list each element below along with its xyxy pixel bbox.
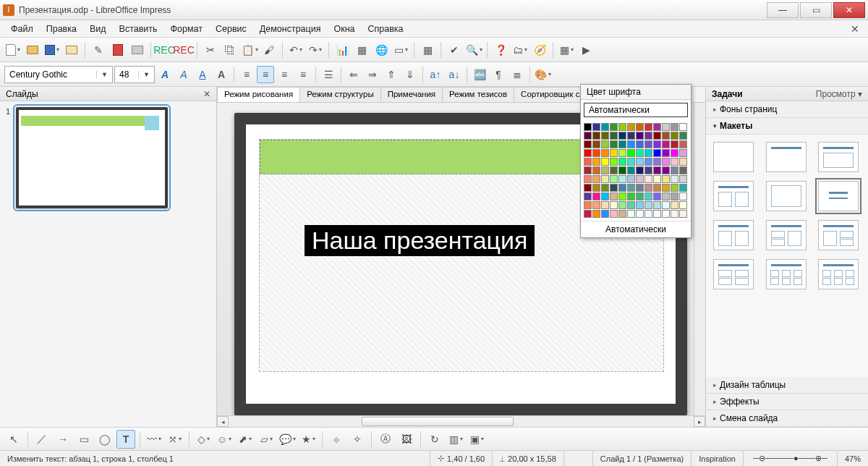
layout-three-v[interactable] (818, 220, 859, 250)
zoom-button[interactable]: 🔍 (465, 41, 482, 59)
callouts-tool[interactable]: 💬 (278, 430, 297, 449)
slides-panel-close-button[interactable]: ✕ (203, 89, 210, 99)
color-swatch[interactable] (610, 184, 618, 192)
color-swatch[interactable] (679, 201, 687, 209)
numbering-button[interactable]: ≣ (509, 66, 526, 83)
color-swatch[interactable] (653, 175, 661, 183)
color-swatch[interactable] (627, 192, 635, 200)
layout-title[interactable] (766, 142, 807, 172)
menu-insert[interactable]: Вставить (113, 22, 164, 36)
color-swatch[interactable] (653, 210, 661, 218)
font-color-button[interactable]: 🎨 (534, 66, 551, 83)
bullets-button[interactable]: ☰ (320, 66, 337, 83)
chart-button[interactable]: 📊 (333, 41, 351, 59)
color-swatch[interactable] (601, 175, 609, 183)
color-swatch[interactable] (601, 210, 609, 218)
undo-button[interactable]: ↶ (287, 41, 305, 59)
arrow-tool[interactable]: → (54, 430, 72, 449)
color-swatch[interactable] (644, 175, 652, 183)
points-tool[interactable]: ⟐ (327, 430, 346, 449)
color-swatch[interactable] (653, 184, 661, 192)
color-swatch[interactable] (671, 201, 678, 209)
color-swatch[interactable] (618, 210, 626, 218)
color-swatch[interactable] (653, 192, 661, 200)
section-backgrounds[interactable]: ▸Фоны страниц (706, 101, 868, 118)
color-swatch[interactable] (636, 123, 644, 131)
align-left-button[interactable]: ≡ (238, 66, 255, 83)
text-tool[interactable]: T (116, 430, 135, 449)
color-swatch[interactable] (644, 123, 652, 131)
stop-macro-button[interactable]: REC (175, 41, 192, 59)
slideshow-button[interactable]: ▦ (419, 41, 436, 59)
color-swatch[interactable] (662, 132, 670, 140)
paragraph-button[interactable]: ¶ (490, 66, 507, 83)
format-paintbrush-button[interactable]: 🖌 (260, 41, 278, 59)
layout-four[interactable] (713, 259, 754, 289)
flowchart-tool[interactable]: ▱ (257, 430, 276, 449)
layout-blank[interactable] (713, 142, 754, 172)
menu-tools[interactable]: Сервис (209, 22, 253, 36)
tab-notes[interactable]: Примечания (380, 87, 443, 102)
section-layouts[interactable]: ▾Макеты (706, 118, 868, 135)
tab-drawing[interactable]: Режим рисования (217, 87, 300, 102)
color-swatch[interactable] (601, 192, 609, 200)
color-swatch[interactable] (610, 123, 618, 131)
color-swatch[interactable] (610, 175, 618, 183)
color-swatch[interactable] (653, 201, 661, 209)
open-button[interactable] (24, 41, 41, 59)
color-swatch[interactable] (584, 140, 592, 148)
color-swatch[interactable] (601, 132, 609, 140)
color-swatch[interactable] (636, 158, 644, 166)
block-arrows-tool[interactable]: ⬈ (236, 430, 255, 449)
increase-font-button[interactable]: a↑ (427, 66, 444, 83)
color-swatch[interactable] (671, 210, 678, 218)
color-swatch[interactable] (662, 123, 670, 131)
color-swatch[interactable] (636, 166, 644, 174)
color-swatch[interactable] (671, 140, 678, 148)
layout-centered-text[interactable] (818, 181, 859, 211)
menu-edit[interactable]: Правка (40, 22, 83, 36)
align-center-button[interactable]: ≡ (257, 66, 274, 83)
layout-six-a[interactable] (766, 259, 807, 289)
layout-title-content[interactable] (818, 142, 859, 172)
scroll-left-button[interactable]: ◂ (217, 416, 229, 427)
align-right-button[interactable]: ≡ (276, 66, 293, 83)
color-swatch[interactable] (644, 158, 652, 166)
navigator-button[interactable]: 🧭 (531, 41, 548, 59)
color-swatch[interactable] (584, 158, 592, 166)
color-swatch[interactable] (627, 123, 635, 131)
window-minimize-button[interactable]: ― (767, 2, 799, 18)
help-button[interactable]: ❓ (492, 41, 509, 59)
color-swatch[interactable] (618, 132, 626, 140)
from-file-tool[interactable]: 🖼 (397, 430, 416, 449)
color-swatch[interactable] (662, 192, 670, 200)
color-swatch[interactable] (584, 175, 592, 183)
email-button[interactable] (63, 41, 80, 59)
color-swatch[interactable] (610, 140, 618, 148)
italic-button[interactable]: A (175, 66, 192, 83)
color-swatch[interactable] (679, 175, 687, 183)
color-swatch[interactable] (653, 149, 661, 157)
color-swatch[interactable] (601, 201, 609, 209)
cut-button[interactable]: ✂ (202, 41, 219, 59)
color-swatch[interactable] (653, 140, 661, 148)
color-swatch[interactable] (644, 149, 652, 157)
color-swatch[interactable] (636, 175, 644, 183)
tab-handout[interactable]: Режим тезисов (442, 87, 514, 102)
color-swatch[interactable] (627, 132, 635, 140)
color-swatch[interactable] (653, 123, 661, 131)
color-swatch[interactable] (671, 184, 678, 192)
font-size-combo[interactable]: 48▼ (114, 66, 155, 83)
color-swatch[interactable] (679, 158, 687, 166)
color-swatch[interactable] (653, 158, 661, 166)
horizontal-scrollbar[interactable]: ◂ ▸ (217, 415, 705, 427)
color-swatch[interactable] (601, 140, 609, 148)
color-swatch[interactable] (618, 192, 626, 200)
hyperlink-button[interactable]: 🌐 (373, 41, 390, 59)
menu-slideshow[interactable]: Демонстрация (253, 22, 328, 36)
color-swatch[interactable] (627, 140, 635, 148)
color-swatch[interactable] (584, 192, 592, 200)
bold-button[interactable]: A (156, 66, 174, 83)
slide-title-text[interactable]: Наша презентация (305, 225, 535, 256)
layout-content-only[interactable] (766, 181, 807, 211)
